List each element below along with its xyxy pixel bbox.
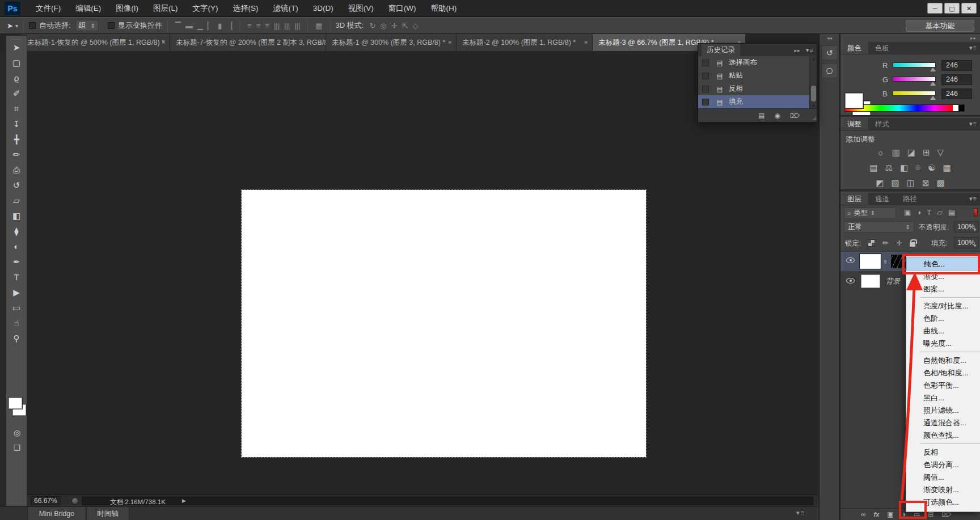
layer-mask-link-icon[interactable]: ∞ <box>882 260 889 264</box>
filter-type-layers-icon[interactable]: T <box>927 208 931 217</box>
3d-rotate-icon[interactable]: ↻ <box>369 22 375 30</box>
tab-history[interactable]: 历史记录 <box>702 44 740 56</box>
filter-pixel-layers-icon[interactable]: ▣ <box>904 208 911 217</box>
tab-color[interactable]: 颜色 <box>840 42 868 54</box>
lock-all-icon[interactable] <box>910 242 915 247</box>
eyedropper-tool[interactable]: ↧ <box>6 116 27 132</box>
tab-paths[interactable]: 路径 <box>896 193 924 205</box>
crop-tool[interactable]: ⌗ <box>6 101 27 116</box>
channel-value-field[interactable]: 246 <box>941 60 972 71</box>
distribute-top-icon[interactable]: ≡ <box>247 22 252 30</box>
3d-scale-icon[interactable]: ◇ <box>413 22 419 30</box>
history-state-row[interactable]: ▤选择画布 <box>698 56 809 69</box>
new-document-from-state-icon[interactable]: ▤ <box>758 112 764 120</box>
channel-value-field[interactable]: 246 <box>941 88 972 99</box>
gradient-tool[interactable]: ◧ <box>6 208 27 223</box>
spectrum-black[interactable] <box>958 105 964 111</box>
zoom-tool[interactable]: ⚲ <box>6 331 27 346</box>
tab-styles[interactable]: 样式 <box>868 118 896 130</box>
tab-swatches[interactable]: 色板 <box>868 42 896 54</box>
panel-resize-grip[interactable]: ◢ <box>812 115 816 121</box>
channel-slider-b[interactable] <box>893 91 936 96</box>
status-expand-icon[interactable]: ▶ <box>182 498 186 504</box>
layer-filter-dropdown[interactable]: ⌕ 类型 ⇕ <box>844 208 896 218</box>
history-source-checkbox[interactable] <box>702 73 709 79</box>
close-tab-icon[interactable]: × <box>584 34 588 51</box>
filter-smart-objects-icon[interactable]: ▤ <box>948 208 955 217</box>
clone-stamp-tool[interactable]: ⎙ <box>6 162 27 177</box>
align-right-icon[interactable]: ▕ <box>226 22 232 30</box>
properties-panel-icon[interactable]: ⎔ <box>821 64 838 78</box>
layer-thumbnail[interactable] <box>860 254 881 269</box>
exposure-icon[interactable]: ⊞ <box>923 145 930 160</box>
history-scrollbar[interactable]: ▲ ▼ <box>809 56 817 108</box>
history-state-row[interactable]: ▤反相 <box>698 82 809 95</box>
levels-icon[interactable]: ▥ <box>892 145 900 160</box>
threshold-icon[interactable]: ◫ <box>907 176 915 191</box>
color-balance-icon[interactable]: ⚖ <box>885 160 892 175</box>
minimize-button[interactable]: ─ <box>927 3 943 14</box>
show-transform-checkbox[interactable] <box>108 22 115 29</box>
tab-layers[interactable]: 图层 <box>840 193 868 205</box>
document-tab-3[interactable]: 未标题-1 @ 300% (图层 3, RGB/8) *× <box>326 34 457 51</box>
history-panel-icon[interactable]: ↺ <box>821 45 838 60</box>
menu-6[interactable]: 选择(S) <box>226 0 266 17</box>
fill-value-dropdown[interactable]: 100% ▼ <box>954 237 979 248</box>
dodge-tool[interactable]: ◐ <box>6 239 27 254</box>
workspace-switcher-button[interactable]: 基本功能 <box>906 20 974 32</box>
quick-mask-button[interactable]: ◎ <box>6 428 28 437</box>
slider-thumb-icon[interactable] <box>930 67 936 71</box>
channel-slider-r[interactable] <box>893 62 936 67</box>
distribute-vertical-center-icon[interactable]: ≡ <box>256 22 261 30</box>
layer-visibility-eye-icon[interactable] <box>846 257 855 263</box>
type-tool[interactable]: T <box>6 269 27 285</box>
distribute-left-icon[interactable]: ||| <box>274 22 280 30</box>
pen-tool[interactable]: ✒ <box>6 254 27 269</box>
channel-value-field[interactable]: 246 <box>941 74 972 85</box>
layer-visibility-eye-icon[interactable] <box>846 278 855 284</box>
align-left-icon[interactable]: ▏ <box>208 22 213 30</box>
maximize-button[interactable]: ▢ <box>944 3 960 14</box>
add-layer-mask-icon[interactable]: ▣ <box>887 510 893 518</box>
document-tab-4[interactable]: 未标题-2 @ 100% (图层 1, RGB/8) *× <box>457 34 593 51</box>
3d-drag-icon[interactable]: ✛ <box>391 22 398 30</box>
history-state-row[interactable]: ▤粘贴 <box>698 69 809 82</box>
panel-menu-icon[interactable]: ▾≡ <box>969 195 977 202</box>
quick-selection-tool[interactable]: ✐ <box>6 86 27 101</box>
distribute-horizontal-center-icon[interactable]: ||| <box>284 22 290 30</box>
align-top-icon[interactable]: ▔ <box>175 22 181 30</box>
document-canvas-selection[interactable] <box>242 190 646 457</box>
blur-tool[interactable]: ⧫ <box>6 223 27 239</box>
tool-preset-picker[interactable]: ➤ ▾ <box>7 22 18 30</box>
close-tab-icon[interactable]: × <box>317 34 322 51</box>
posterize-icon[interactable]: ▨ <box>892 176 899 191</box>
document-tab-1[interactable]: 未标题-1-恢复的 @ 500% (图层 1, RGB/8) *× <box>22 34 170 51</box>
filter-adjustment-layers-icon[interactable]: ◑ <box>916 208 921 217</box>
gradient-map-icon[interactable]: ⊠ <box>922 176 930 191</box>
channel-mixer-icon[interactable]: ☯ <box>928 160 935 175</box>
spectrum-white[interactable] <box>953 105 958 111</box>
align-horizontal-center-icon[interactable]: ▮ <box>218 22 222 30</box>
tab-adjustments[interactable]: 调整 <box>840 118 868 130</box>
hue-saturation-icon[interactable]: ▤ <box>869 160 877 175</box>
delete-state-icon[interactable]: ⌦ <box>790 112 800 120</box>
close-button[interactable]: ✕ <box>961 3 977 14</box>
link-layers-icon[interactable]: ∞ <box>861 510 866 518</box>
panel-menu-icon[interactable]: ▾≡ <box>796 509 805 517</box>
new-snapshot-icon[interactable]: ◉ <box>775 112 780 120</box>
panel-menu-icon[interactable]: ▾≡ <box>969 44 977 52</box>
vibrance-icon[interactable]: ▽ <box>937 145 944 160</box>
path-selection-tool[interactable]: ▶ <box>6 285 27 300</box>
lock-image-pixels-icon[interactable]: ✏ <box>882 239 889 247</box>
lock-transparent-pixels-icon[interactable] <box>868 239 875 247</box>
align-vertical-center-icon[interactable]: ▬ <box>185 22 193 30</box>
panel-menu-icon[interactable]: ▾≡ <box>806 46 814 53</box>
history-source-checkbox[interactable] <box>702 99 709 105</box>
menu-1[interactable]: 文件(F) <box>28 0 68 17</box>
close-tab-icon[interactable]: × <box>447 34 452 51</box>
tab-mini-bridge[interactable]: Mini Bridge <box>27 507 86 520</box>
screen-mode-button[interactable]: ❏ <box>6 443 28 452</box>
3d-roll-icon[interactable]: ◎ <box>380 22 386 30</box>
collapse-panels-icon[interactable]: ▸▸ <box>970 35 977 41</box>
curves-icon[interactable]: ◪ <box>907 145 915 160</box>
